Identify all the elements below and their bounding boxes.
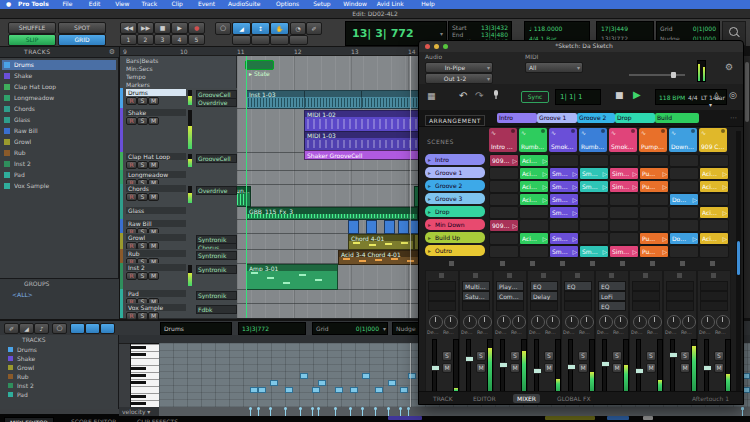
- empty-cell[interactable]: [669, 206, 699, 219]
- clip-play-icon[interactable]: ▷: [662, 248, 667, 255]
- clip-play-icon[interactable]: ▷: [512, 157, 517, 164]
- menu-item-view[interactable]: View: [115, 1, 129, 7]
- velocity-stem[interactable]: [318, 409, 319, 416]
- track-header-inst-2[interactable]: Inst 2RSMSyntronik: [120, 263, 237, 290]
- track-mute-dot[interactable]: [571, 129, 575, 133]
- clip-cell[interactable]: Acid Crash 2▷: [699, 232, 729, 245]
- clip-cell[interactable]: PumpinShape▷: [639, 232, 669, 245]
- zoomer-tool-icon[interactable]: ○: [52, 323, 67, 334]
- clip-play-icon[interactable]: ▷: [662, 183, 667, 190]
- clip-midiblock[interactable]: MIDI 1-02: [304, 110, 422, 132]
- solo-button[interactable]: S: [544, 351, 554, 361]
- play-icon[interactable]: ▶: [633, 89, 641, 100]
- insert-slot[interactable]: EQ: [564, 281, 592, 291]
- stop-clip-button[interactable]: [710, 261, 715, 266]
- fader-track[interactable]: [534, 339, 539, 397]
- scene-play-icon[interactable]: ▸: [428, 247, 431, 254]
- scene-groove-2[interactable]: ▸Groove 2: [425, 180, 485, 191]
- fader-thumb[interactable]: [533, 368, 542, 374]
- tab-midi-editor[interactable]: MIDI EDITOR: [4, 417, 54, 422]
- fader-thumb[interactable]: [635, 368, 644, 374]
- record-icon[interactable]: ●: [188, 22, 205, 34]
- clip-cell[interactable]: PumpinShape▷: [639, 167, 669, 180]
- mute-button[interactable]: M: [680, 363, 690, 373]
- insert-slot-empty[interactable]: [564, 301, 592, 311]
- insert-slot-empty[interactable]: [632, 281, 660, 291]
- black-key[interactable]: [131, 381, 146, 384]
- clip-block[interactable]: [384, 220, 395, 234]
- sketch-track-header-6[interactable]: ∿Pumpin Shape: [639, 128, 667, 152]
- fader-track[interactable]: [704, 339, 709, 397]
- insert-slot[interactable]: Fdbk: [196, 305, 237, 314]
- mute-button[interactable]: M: [714, 363, 724, 373]
- insert-slot-empty[interactable]: [530, 301, 558, 311]
- track-mute-dot[interactable]: [631, 129, 635, 133]
- empty-cell[interactable]: [609, 232, 639, 245]
- record-arm-button[interactable]: R: [126, 161, 137, 169]
- clip-cell[interactable]: Smoke Kit 1▷: [549, 245, 579, 258]
- midi-note[interactable]: [362, 373, 370, 379]
- fader-thumb[interactable]: [669, 352, 678, 358]
- mute-button[interactable]: M: [578, 363, 588, 373]
- empty-cell[interactable]: [489, 245, 519, 258]
- insert-slot[interactable]: EQ: [598, 301, 626, 311]
- reverb-send-knob[interactable]: [682, 315, 696, 329]
- clip-play-icon[interactable]: ▷: [542, 196, 547, 203]
- track-header-chords[interactable]: ChordsRSMOverdrive: [120, 184, 237, 207]
- track-name[interactable]: Vox Sample: [126, 304, 186, 311]
- sidebar-item-growl[interactable]: Growl: [2, 137, 116, 147]
- mode-grid-button[interactable]: GRID: [58, 34, 106, 46]
- solo-button[interactable]: S: [442, 351, 452, 361]
- clip-block[interactable]: [398, 220, 409, 234]
- selection-value[interactable]: 13|4|480: [481, 31, 508, 38]
- sidebar-item-drums[interactable]: Drums: [2, 60, 116, 70]
- empty-cell[interactable]: [669, 245, 699, 258]
- sketch-scrollbar[interactable]: [736, 131, 741, 391]
- sidebar-item-pad[interactable]: Pad: [2, 170, 116, 180]
- empty-cell[interactable]: [639, 154, 669, 167]
- memory-location-5[interactable]: 5: [188, 34, 205, 45]
- mute-button[interactable]: M: [148, 193, 159, 201]
- menu-item-pro-tools[interactable]: Pro Tools: [18, 1, 49, 7]
- strip-select-square[interactable]: [541, 273, 546, 278]
- track-name[interactable]: Chords: [126, 185, 186, 192]
- clip-cell[interactable]: Simple Clap 4▷: [609, 180, 639, 193]
- delay-send-knob[interactable]: [429, 315, 443, 329]
- clip-block[interactable]: [366, 220, 377, 234]
- clip-play-icon[interactable]: ▷: [632, 183, 637, 190]
- fader-thumb[interactable]: [601, 361, 610, 367]
- ruler-name-bars-beats[interactable]: Bars|Beats: [126, 58, 226, 64]
- stop-icon[interactable]: ■: [154, 22, 171, 34]
- note-icon[interactable]: ♪: [34, 323, 49, 334]
- clip-cell[interactable]: DowntownBas▷: [669, 232, 699, 245]
- track-name[interactable]: Growl: [126, 234, 186, 241]
- empty-cell[interactable]: [609, 219, 639, 232]
- clip-play-icon[interactable]: ▷: [542, 170, 547, 177]
- track-mute-dot[interactable]: [511, 129, 515, 133]
- sketch-window[interactable]: *Sketch: Da SketchAudioIn-Pipe▾Out 1-2▾M…: [418, 40, 744, 405]
- minimize-icon[interactable]: [434, 44, 439, 49]
- clip-cell[interactable]: Smoke Kit 1▷: [549, 232, 579, 245]
- clip-play-icon[interactable]: ▷: [692, 196, 697, 203]
- insert-slot-empty[interactable]: [428, 291, 456, 301]
- clip-play-icon[interactable]: ▷: [632, 248, 637, 255]
- track-header-vox-sample[interactable]: Vox SampleRSMFdbk: [120, 303, 237, 319]
- mute-button[interactable]: M: [612, 363, 622, 373]
- clip-play-icon[interactable]: ▷: [542, 183, 547, 190]
- clip-wave[interactable]: GBB_115_Fx_3: [246, 207, 418, 220]
- menu-item-options[interactable]: Options: [276, 1, 299, 7]
- black-key[interactable]: [131, 395, 146, 398]
- zoomer-tool-icon[interactable]: ○: [215, 22, 231, 35]
- mute-button[interactable]: M: [476, 363, 486, 373]
- tab-score-editor[interactable]: SCORE EDITOR: [66, 417, 121, 422]
- sidebar-item-inst-2[interactable]: Inst 2: [2, 159, 116, 169]
- sidebar-item-raw-bill[interactable]: Raw Bill: [2, 126, 116, 136]
- midi-track-item[interactable]: Pad: [8, 391, 112, 399]
- gear-icon[interactable]: ⚙: [109, 48, 115, 56]
- clip-play-icon[interactable]: ▷: [572, 170, 577, 177]
- fader-thumb[interactable]: [567, 364, 576, 370]
- record-arm-button[interactable]: R: [126, 117, 137, 125]
- fader-track[interactable]: [466, 339, 471, 397]
- settings-wrench-icon[interactable]: ⚙: [725, 62, 733, 72]
- selection-value[interactable]: 13|3|432: [481, 24, 508, 31]
